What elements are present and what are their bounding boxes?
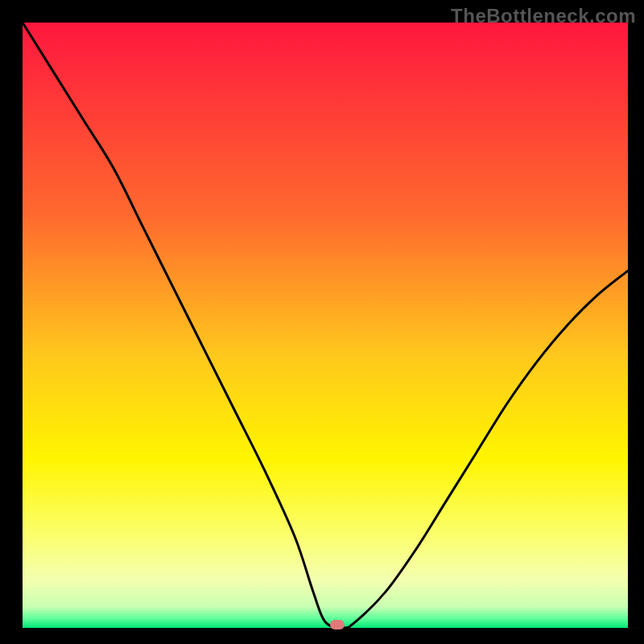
chart-svg xyxy=(0,0,644,644)
optimum-marker xyxy=(330,620,345,630)
watermark-text: TheBottleneck.com xyxy=(451,5,636,27)
plot-background xyxy=(23,23,628,628)
chart-container: TheBottleneck.com xyxy=(0,0,644,644)
